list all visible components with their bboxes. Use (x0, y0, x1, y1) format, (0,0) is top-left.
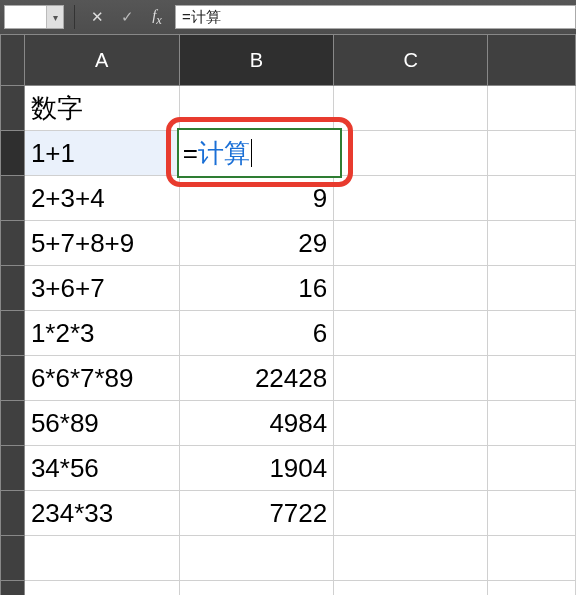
cell-C2[interactable] (334, 131, 488, 176)
formula-input[interactable]: =计算 (175, 5, 576, 29)
formula-bar: ▾ ✕ ✓ fx =计算 (0, 0, 576, 35)
table-row: 34*56 1904 (1, 446, 576, 491)
cell-A10[interactable]: 234*33 (24, 491, 179, 536)
cell-B8[interactable]: 4984 (179, 401, 334, 446)
cell-C4[interactable] (334, 221, 488, 266)
cell-empty[interactable] (334, 536, 488, 581)
cell-empty[interactable] (179, 581, 334, 596)
cell-A8[interactable]: 56*89 (24, 401, 179, 446)
formula-input-text: =计算 (182, 8, 221, 27)
cell-blank[interactable] (488, 86, 576, 131)
cell-B7[interactable]: 22428 (179, 356, 334, 401)
column-header-C[interactable]: C (334, 35, 488, 86)
separator (74, 5, 75, 29)
cell-B4[interactable]: 29 (179, 221, 334, 266)
column-header-blank (488, 35, 576, 86)
fx-icon[interactable]: fx (145, 6, 169, 28)
cell-editor-fn: 计算 (198, 136, 250, 171)
spreadsheet-grid[interactable]: A B C 数字 1+1 =计算 (0, 34, 576, 595)
cell-A4[interactable]: 5+7+8+9 (24, 221, 179, 266)
cancel-icon[interactable]: ✕ (85, 6, 109, 28)
cell-B10[interactable]: 7722 (179, 491, 334, 536)
cell-C1[interactable] (334, 86, 488, 131)
table-row: 1+1 =计算 (1, 131, 576, 176)
row-header[interactable] (1, 176, 25, 221)
table-row (1, 581, 576, 596)
table-row (1, 536, 576, 581)
cell-B3[interactable]: 9 (179, 176, 334, 221)
cell-C10[interactable] (334, 491, 488, 536)
row-header[interactable] (1, 356, 25, 401)
row-header[interactable] (1, 581, 25, 596)
cell-A3[interactable]: 2+3+4 (24, 176, 179, 221)
row-header[interactable] (1, 131, 25, 176)
cell-empty[interactable] (334, 581, 488, 596)
cell-C3[interactable] (334, 176, 488, 221)
row-header[interactable] (1, 446, 25, 491)
cell-A5[interactable]: 3+6+7 (24, 266, 179, 311)
row-header[interactable] (1, 86, 25, 131)
cell-blank[interactable] (488, 446, 576, 491)
table-row: 3+6+7 16 (1, 266, 576, 311)
cell-empty[interactable] (179, 536, 334, 581)
table-row: 1*2*3 6 (1, 311, 576, 356)
text-caret (251, 139, 252, 167)
cell-A9[interactable]: 34*56 (24, 446, 179, 491)
table-row: 234*33 7722 (1, 491, 576, 536)
table-row: 数字 (1, 86, 576, 131)
cell-A2[interactable]: 1+1 (24, 131, 179, 176)
cell-A1[interactable]: 数字 (24, 86, 179, 131)
cell-A6[interactable]: 1*2*3 (24, 311, 179, 356)
cell-blank[interactable] (488, 536, 576, 581)
row-header[interactable] (1, 401, 25, 446)
cell-B2[interactable]: =计算 (179, 131, 334, 176)
row-header[interactable] (1, 266, 25, 311)
cell-C7[interactable] (334, 356, 488, 401)
table-row: 5+7+8+9 29 (1, 221, 576, 266)
cell-blank[interactable] (488, 401, 576, 446)
cell-editor[interactable]: =计算 (177, 128, 343, 178)
row-header[interactable] (1, 221, 25, 266)
cell-C5[interactable] (334, 266, 488, 311)
cell-B1[interactable] (179, 86, 334, 131)
cell-blank[interactable] (488, 581, 576, 596)
table-row: 56*89 4984 (1, 401, 576, 446)
row-header[interactable] (1, 491, 25, 536)
cell-blank[interactable] (488, 221, 576, 266)
cell-empty[interactable] (24, 536, 179, 581)
cell-editor-eq: = (183, 138, 198, 169)
cell-C8[interactable] (334, 401, 488, 446)
cell-blank[interactable] (488, 356, 576, 401)
cell-B6[interactable]: 6 (179, 311, 334, 356)
row-header[interactable] (1, 311, 25, 356)
check-icon[interactable]: ✓ (115, 6, 139, 28)
column-header-A[interactable]: A (24, 35, 179, 86)
table-row: 6*6*7*89 22428 (1, 356, 576, 401)
style-combo[interactable]: ▾ (4, 5, 64, 29)
cell-C9[interactable] (334, 446, 488, 491)
chevron-down-icon: ▾ (46, 6, 63, 28)
table-row: 2+3+4 9 (1, 176, 576, 221)
cell-blank[interactable] (488, 311, 576, 356)
cell-empty[interactable] (24, 581, 179, 596)
column-header-row: A B C (1, 35, 576, 86)
cell-blank[interactable] (488, 266, 576, 311)
column-header-B[interactable]: B (179, 35, 334, 86)
cell-B5[interactable]: 16 (179, 266, 334, 311)
cell-C6[interactable] (334, 311, 488, 356)
cell-A7[interactable]: 6*6*7*89 (24, 356, 179, 401)
row-header[interactable] (1, 536, 25, 581)
cell-blank[interactable] (488, 176, 576, 221)
cell-blank[interactable] (488, 491, 576, 536)
cell-B9[interactable]: 1904 (179, 446, 334, 491)
select-all-corner[interactable] (1, 35, 25, 86)
cell-blank[interactable] (488, 131, 576, 176)
